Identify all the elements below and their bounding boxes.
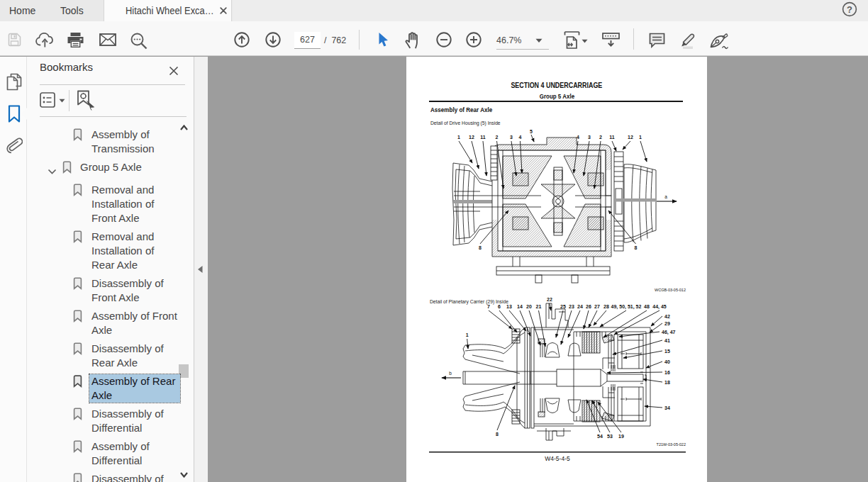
svg-text:8: 8 — [479, 245, 482, 250]
svg-text:1: 1 — [639, 135, 642, 140]
svg-text:48: 48 — [644, 304, 650, 309]
svg-text:42: 42 — [664, 314, 670, 319]
svg-text:1: 1 — [457, 135, 460, 140]
svg-text:44, 45: 44, 45 — [652, 304, 667, 310]
svg-text:3: 3 — [510, 135, 513, 140]
svg-text:41: 41 — [664, 338, 670, 343]
svg-text:46, 47: 46, 47 — [662, 330, 676, 335]
svg-text:21: 21 — [536, 304, 542, 309]
svg-text:2: 2 — [496, 135, 499, 140]
svg-text:16: 16 — [664, 370, 670, 375]
svg-text:6: 6 — [498, 304, 501, 309]
svg-text:49, 50, 51, 52: 49, 50, 51, 52 — [611, 304, 642, 310]
svg-text:1: 1 — [466, 332, 469, 337]
svg-text:4: 4 — [577, 135, 579, 140]
svg-text:54: 54 — [597, 434, 603, 439]
svg-text:24: 24 — [577, 304, 583, 309]
svg-text:27: 27 — [594, 304, 600, 309]
svg-text:34: 34 — [664, 405, 670, 410]
svg-text:8: 8 — [635, 245, 638, 250]
svg-text:T21W-03-05-022: T21W-03-05-022 — [657, 442, 686, 447]
svg-text:4: 4 — [519, 135, 522, 140]
svg-text:20: 20 — [526, 304, 532, 309]
svg-text:29: 29 — [664, 321, 670, 326]
svg-text:19: 19 — [618, 434, 624, 439]
svg-text:23: 23 — [569, 304, 574, 309]
svg-text:2: 2 — [599, 135, 602, 140]
svg-text:8: 8 — [496, 432, 499, 437]
svg-text:14: 14 — [517, 304, 523, 309]
svg-text:11: 11 — [609, 135, 615, 140]
svg-text:28: 28 — [603, 304, 609, 309]
svg-text:?: ? — [847, 4, 852, 15]
svg-text:W4-5-4-5: W4-5-4-5 — [545, 455, 570, 462]
svg-text:26: 26 — [586, 304, 591, 309]
svg-text:5: 5 — [530, 129, 533, 134]
svg-text:18: 18 — [664, 380, 670, 385]
svg-text:53: 53 — [607, 434, 613, 439]
svg-text:13: 13 — [506, 304, 512, 309]
svg-text:22: 22 — [547, 297, 552, 302]
svg-text:11: 11 — [480, 135, 486, 140]
svg-text:WCGB-03-05-012: WCGB-03-05-012 — [655, 288, 686, 292]
svg-text:7: 7 — [487, 304, 490, 309]
svg-text:15: 15 — [664, 349, 670, 354]
svg-text:3: 3 — [588, 135, 591, 140]
svg-text:12: 12 — [628, 135, 633, 140]
svg-text:40: 40 — [664, 359, 670, 364]
svg-text:12: 12 — [469, 135, 474, 140]
svg-text:a: a — [664, 194, 667, 199]
svg-text:25: 25 — [560, 304, 566, 309]
svg-text:b: b — [449, 371, 452, 376]
